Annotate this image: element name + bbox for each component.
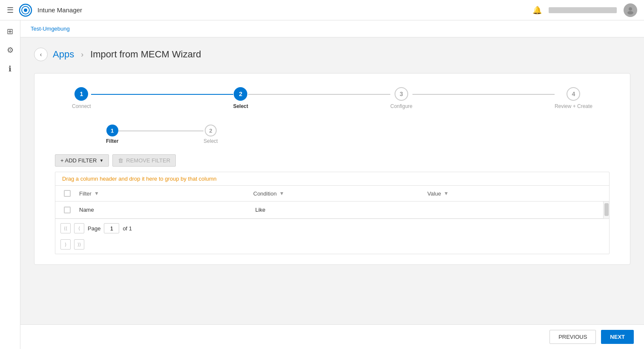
step-1: 1 Connect <box>72 87 91 109</box>
top-navigation: ☰ Intune Manager 🔔 <box>0 0 644 20</box>
select-all-checkbox[interactable] <box>64 190 71 197</box>
step-4-circle: 4 <box>567 87 580 101</box>
row-value-cell[interactable] <box>428 207 604 213</box>
grid-drop-hint: Drag a column header and drop it here to… <box>55 172 609 186</box>
page-content: ‹ Apps › Import from MECM Wizard 1 Conne… <box>20 37 644 349</box>
header-filter: Filter ▼ <box>76 186 250 201</box>
condition-filter-icon[interactable]: ▼ <box>279 190 284 196</box>
header-checkbox-cell <box>60 186 76 201</box>
avatar-icon <box>626 6 635 14</box>
step-4-label: Review + Create <box>555 103 592 109</box>
breadcrumb-link[interactable]: Test-Umgebung <box>31 26 70 32</box>
notifications-bell-icon[interactable]: 🔔 <box>532 6 542 15</box>
svg-point-2 <box>24 9 27 12</box>
user-info-blurred <box>549 7 617 13</box>
left-sidebar: ⊞ ⚙ ℹ <box>0 20 20 349</box>
table-row: Name Like <box>55 201 609 218</box>
grid-body: Name Like <box>55 201 609 218</box>
connector-3-4 <box>412 94 555 95</box>
remove-filter-label: REMOVE FILTER <box>126 157 170 164</box>
first-page-button[interactable]: ⟨⟨ <box>60 223 71 233</box>
back-button[interactable]: ‹ <box>34 48 48 61</box>
step-3: 3 Configure <box>390 87 412 109</box>
step-2-label: Select <box>233 103 248 109</box>
previous-button[interactable]: PREVIOUS <box>550 330 596 344</box>
svg-point-3 <box>629 7 632 11</box>
value-filter-icon[interactable]: ▼ <box>444 190 449 196</box>
connector-2-3 <box>248 94 390 95</box>
filter-column-icon[interactable]: ▼ <box>94 190 99 196</box>
main-content: Test-Umgebung ‹ Apps › Import from MECM … <box>20 20 644 349</box>
breadcrumb-separator: › <box>81 50 83 59</box>
header-condition: Condition ▼ <box>250 186 424 201</box>
sidebar-info-icon[interactable]: ℹ <box>3 61 18 77</box>
row-checkbox-cell <box>60 203 76 217</box>
dropdown-arrow-icon: ▼ <box>99 158 103 163</box>
step-2-circle: 2 <box>234 87 247 101</box>
trash-icon: 🗑 <box>118 157 123 164</box>
sub-connector <box>118 131 203 131</box>
step-4: 4 Review + Create <box>555 87 592 109</box>
sub-step-2: 2 Select <box>203 125 218 144</box>
sub-step-1-circle: 1 <box>106 125 118 136</box>
step-1-label: Connect <box>72 103 91 109</box>
page-header: ‹ Apps › Import from MECM Wizard <box>34 48 630 61</box>
app-title: Intune Manager <box>37 6 82 14</box>
page-label: Page <box>88 225 100 232</box>
next-page-button[interactable]: ⟩ <box>60 239 71 250</box>
sidebar-menu-icon[interactable]: ⊞ <box>3 24 18 39</box>
row-filter-cell: Name <box>76 203 252 216</box>
step-3-circle: 3 <box>395 87 408 101</box>
pagination-bottom-row: ⟩ ⟩⟩ <box>55 238 609 254</box>
page-title: Import from MECM Wizard <box>90 49 201 60</box>
sub-step-2-label: Select <box>203 138 218 144</box>
last-page-button[interactable]: ⟩⟩ <box>74 239 84 250</box>
page-number-input[interactable] <box>104 223 119 233</box>
scrollbar-thumb <box>604 203 609 216</box>
header-filter-label: Filter <box>79 190 92 197</box>
connector-1-2 <box>91 94 233 95</box>
add-filter-label: + ADD FILTER <box>60 157 97 164</box>
header-value: Value ▼ <box>424 186 598 201</box>
svg-point-4 <box>627 11 633 14</box>
remove-filter-button[interactable]: 🗑 REMOVE FILTER <box>112 154 176 167</box>
topnav-right: 🔔 <box>532 3 637 17</box>
step-1-circle: 1 <box>74 87 88 101</box>
sub-step-1: 1 Filter <box>106 125 118 144</box>
grid-scrollbar[interactable] <box>603 201 609 218</box>
hamburger-icon[interactable]: ☰ <box>7 6 14 15</box>
add-filter-button[interactable]: + ADD FILTER ▼ <box>55 154 109 167</box>
row-condition-cell: Like <box>252 203 428 216</box>
breadcrumb-apps[interactable]: Apps <box>53 49 74 60</box>
filter-grid: Drag a column header and drop it here to… <box>55 172 610 254</box>
row-checkbox[interactable] <box>64 207 71 213</box>
sub-stepper: 1 Filter 2 Select <box>55 125 610 144</box>
topnav-left: ☰ Intune Manager <box>7 3 82 17</box>
step-3-label: Configure <box>390 103 412 109</box>
grid-header: Filter ▼ Condition ▼ Value ▼ <box>55 186 609 201</box>
header-condition-label: Condition <box>253 190 277 197</box>
step-2: 2 Select <box>233 87 248 109</box>
next-button[interactable]: NEXT <box>601 330 634 344</box>
app-logo <box>19 3 32 17</box>
pagination-bar: ⟨⟨ ⟨ Page of 1 <box>55 218 609 238</box>
main-stepper: 1 Connect 2 Select 3 Configure <box>55 87 610 109</box>
wizard-container: 1 Connect 2 Select 3 Configure <box>34 73 630 265</box>
breadcrumb-bar: Test-Umgebung <box>20 20 644 37</box>
header-value-label: Value <box>427 190 441 197</box>
page-of-label: of 1 <box>123 225 132 232</box>
filter-toolbar: + ADD FILTER ▼ 🗑 REMOVE FILTER <box>55 154 610 167</box>
prev-page-button[interactable]: ⟨ <box>74 223 84 233</box>
user-avatar[interactable] <box>624 3 637 17</box>
sub-step-1-label: Filter <box>106 138 118 144</box>
bottom-action-bar: PREVIOUS NEXT <box>20 324 644 349</box>
sub-step-2-circle: 2 <box>205 125 217 136</box>
sidebar-settings-icon[interactable]: ⚙ <box>3 43 18 58</box>
